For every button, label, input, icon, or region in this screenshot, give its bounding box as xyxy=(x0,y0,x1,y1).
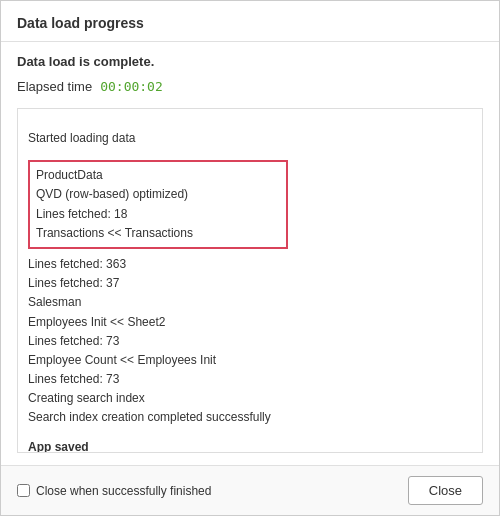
log-line: QVD (row-based) optimized) xyxy=(36,185,280,204)
elapsed-value: 00:00:02 xyxy=(100,79,163,94)
close-checkbox-label: Close when successfully finished xyxy=(36,484,211,498)
dialog-header: Data load progress xyxy=(1,1,499,42)
log-line: Salesman xyxy=(28,293,472,312)
log-search-creation: Search index creation completed successf… xyxy=(28,408,472,427)
log-container[interactable]: Started loading data ProductData QVD (ro… xyxy=(17,108,483,453)
dialog-body: Data load is complete. Elapsed time 00:0… xyxy=(1,42,499,465)
dialog-footer: Close when successfully finished Close xyxy=(1,465,499,515)
log-line: Lines fetched: 18 xyxy=(36,205,280,224)
log-line: Lines fetched: 363 xyxy=(28,255,472,274)
log-line: ProductData xyxy=(36,166,280,185)
elapsed-label: Elapsed time xyxy=(17,79,92,94)
log-line: Transactions << Transactions xyxy=(36,224,280,243)
log-line: Lines fetched: 73 xyxy=(28,332,472,351)
log-line: Employee Count << Employees Init xyxy=(28,351,472,370)
log-line: Lines fetched: 73 xyxy=(28,370,472,389)
elapsed-row: Elapsed time 00:00:02 xyxy=(17,79,483,94)
log-highlighted-block: ProductData QVD (row-based) optimized) L… xyxy=(28,160,288,249)
close-button[interactable]: Close xyxy=(408,476,483,505)
close-checkbox[interactable] xyxy=(17,484,30,497)
log-line: Employees Init << Sheet2 xyxy=(28,313,472,332)
dialog-title: Data load progress xyxy=(17,15,483,31)
log-line-start: Started loading data xyxy=(28,129,472,148)
log-app-saved: App saved xyxy=(28,438,472,453)
log-creating-search: Creating search index xyxy=(28,389,472,408)
log-line: Lines fetched: 37 xyxy=(28,274,472,293)
status-complete: Data load is complete. xyxy=(17,54,483,69)
data-load-dialog: Data load progress Data load is complete… xyxy=(0,0,500,516)
close-checkbox-row: Close when successfully finished xyxy=(17,484,211,498)
